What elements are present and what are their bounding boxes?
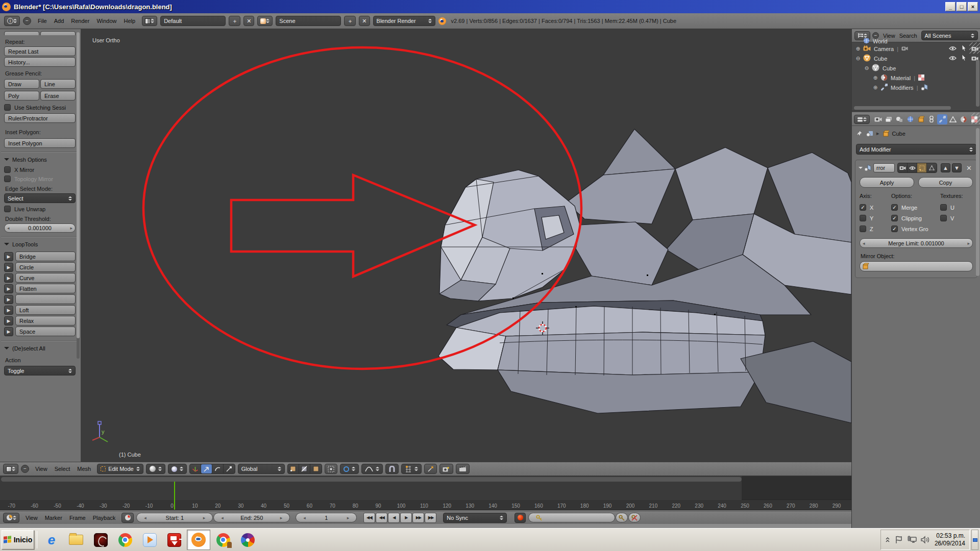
playback-jump-start-icon[interactable]: ◀◀|: [363, 513, 375, 523]
network-icon[interactable]: [908, 536, 917, 544]
restrict-select-cursor-icon[interactable]: [962, 45, 966, 53]
modifier-name-field[interactable]: rror: [873, 163, 895, 172]
looptool-loft-button[interactable]: Loft: [15, 305, 76, 315]
taskbar-video-downloader-icon[interactable]: [162, 530, 186, 550]
tab-data-icon[interactable]: [948, 114, 958, 124]
modifier-show-viewport-icon[interactable]: [908, 163, 917, 172]
translate-manipulator-icon[interactable]: [201, 464, 212, 473]
restrict-view-eye-icon[interactable]: [949, 46, 957, 52]
taskbar-internet-explorer-icon[interactable]: e: [40, 530, 63, 550]
tab-constraints-icon[interactable]: [926, 114, 937, 124]
3d-viewport[interactable]: User Ortho y (1) Cube: [81, 29, 851, 462]
viewport-menu-view[interactable]: View: [32, 465, 51, 473]
frame-end-field[interactable]: ◂End: 250▸: [213, 513, 290, 522]
tab-material-icon[interactable]: [959, 114, 969, 124]
mode-select[interactable]: Edit Mode: [97, 464, 143, 474]
area-resize-grip[interactable]: [969, 42, 980, 54]
modifier-show-editmode-icon[interactable]: [917, 163, 927, 172]
current-frame-field[interactable]: ◂1▸: [296, 513, 357, 522]
axis-y-checkbox[interactable]: [860, 215, 866, 221]
history--button[interactable]: History...: [4, 57, 76, 67]
looptool-gstretch-button[interactable]: Gstretch: [15, 294, 76, 304]
timeline-menu-marker[interactable]: Marker: [41, 514, 66, 522]
playback-play-reverse-icon[interactable]: ◀: [388, 513, 400, 523]
limit-selection-visible-icon[interactable]: [325, 464, 337, 474]
clipped-button[interactable]: [40, 31, 76, 35]
playback-prev-keyframe-icon[interactable]: ◀◀: [376, 513, 387, 523]
textures-v-checkbox[interactable]: [940, 215, 947, 221]
editor-type-info-icon[interactable]: i: [4, 16, 20, 26]
outliner-menu-search[interactable]: Search: [897, 32, 919, 40]
taskbar-chrome-icon[interactable]: [113, 530, 137, 550]
area-resize-grip[interactable]: [971, 113, 980, 124]
collapse-menus-icon[interactable]: −: [23, 17, 31, 25]
top-menu-render[interactable]: Render: [67, 17, 93, 25]
minimize-button[interactable]: _: [945, 2, 955, 11]
inset-polygon-button[interactable]: Inset Polygon: [4, 138, 76, 148]
outliner-item-camera[interactable]: ⊕ Camera|: [852, 44, 980, 54]
tab-render-icon[interactable]: [873, 114, 883, 124]
expand-plus-icon[interactable]: ⊕: [872, 75, 878, 81]
viewport-menu-select[interactable]: Select: [51, 465, 74, 473]
looptool-options-icon[interactable]: ▶: [4, 263, 13, 272]
modifier-move-down-icon[interactable]: ▼: [952, 163, 962, 172]
add-modifier-select[interactable]: Add Modifier: [856, 144, 976, 155]
start-button[interactable]: Inicio: [2, 530, 34, 549]
scene-browse-icon[interactable]: [257, 16, 273, 26]
outliner-vertical-scrollbar[interactable]: [976, 60, 979, 107]
looptool-space-button[interactable]: Space: [15, 327, 76, 336]
taskbar-file-explorer-icon[interactable]: [64, 530, 88, 550]
options-vertex-gro-checkbox[interactable]: ✓: [891, 226, 898, 232]
current-frame-line[interactable]: [174, 482, 175, 500]
looptool-curve-button[interactable]: Curve: [15, 273, 76, 283]
looptool-circle-button[interactable]: Circle: [15, 262, 76, 272]
looptool-flatten-button[interactable]: Flatten: [15, 284, 76, 293]
taskbar-scorpion-app-icon[interactable]: [89, 530, 112, 550]
falloff-curve-select[interactable]: [361, 464, 383, 474]
tab-scene-icon[interactable]: [894, 114, 904, 124]
scene-delete-icon[interactable]: ✕: [359, 16, 370, 26]
face-select-icon[interactable]: [310, 464, 322, 473]
deselect-all-panel-header[interactable]: (De)select All: [4, 345, 76, 352]
maximize-button[interactable]: □: [957, 2, 967, 11]
taskbar-picasa-icon[interactable]: [236, 530, 259, 550]
expand-minus-icon[interactable]: ⊖: [864, 65, 870, 71]
snap-toggle-icon[interactable]: [385, 464, 399, 474]
looptool-options-icon[interactable]: ▶: [4, 273, 13, 283]
action-center-flag-icon[interactable]: [894, 536, 903, 544]
pivot-point-select[interactable]: [168, 464, 187, 474]
editor-type-properties-icon[interactable]: [854, 115, 870, 124]
snap-rotate-icon[interactable]: [424, 464, 437, 474]
taskbar-blender-icon[interactable]: [187, 530, 210, 550]
textures-u-checkbox[interactable]: [940, 204, 947, 211]
properties-scrollbar[interactable]: [976, 128, 979, 276]
looptool-options-icon[interactable]: ▶: [4, 306, 13, 315]
expand-minus-icon[interactable]: ⊖: [855, 56, 861, 61]
manipulator-axes-icon[interactable]: [190, 464, 201, 473]
auto-keyframe-record-icon[interactable]: [514, 513, 526, 523]
looptool-options-icon[interactable]: ▶: [4, 316, 13, 325]
looptool-options-icon[interactable]: ▶: [4, 295, 13, 304]
topology-mirror-checkbox[interactable]: [4, 176, 11, 182]
hidden-icons-chevron[interactable]: [885, 537, 890, 543]
looptool-options-icon[interactable]: ▶: [4, 252, 13, 261]
layout-add-icon[interactable]: ＋: [229, 16, 240, 26]
ruler-protractor-button[interactable]: Ruler/Protractor: [4, 113, 76, 123]
timeline-scrollbar[interactable]: [1, 477, 742, 482]
timeline-ruler[interactable]: -70-60-50-40-30-20-100102030405060708090…: [0, 500, 851, 510]
keying-set-field[interactable]: [528, 513, 615, 522]
edge-select-mode-select[interactable]: Select: [4, 193, 76, 203]
scale-manipulator-icon[interactable]: [224, 464, 235, 473]
screen-layout-field[interactable]: Default: [160, 16, 226, 26]
tab-modifiers-icon[interactable]: [937, 114, 947, 124]
modifier-delete-icon[interactable]: ✕: [966, 164, 972, 172]
playback-jump-end-icon[interactable]: |▶▶: [425, 513, 436, 523]
x-mirror-checkbox[interactable]: [4, 166, 11, 173]
tab-world-icon[interactable]: [905, 114, 915, 124]
collapse-triangle-icon[interactable]: [859, 167, 863, 171]
restrict-select-cursor-icon[interactable]: [962, 55, 966, 62]
looptool-relax-button[interactable]: Relax: [15, 316, 76, 325]
layout-delete-icon[interactable]: ✕: [243, 16, 254, 26]
volume-icon[interactable]: [921, 536, 930, 544]
editor-type-timeline-icon[interactable]: [3, 513, 19, 523]
